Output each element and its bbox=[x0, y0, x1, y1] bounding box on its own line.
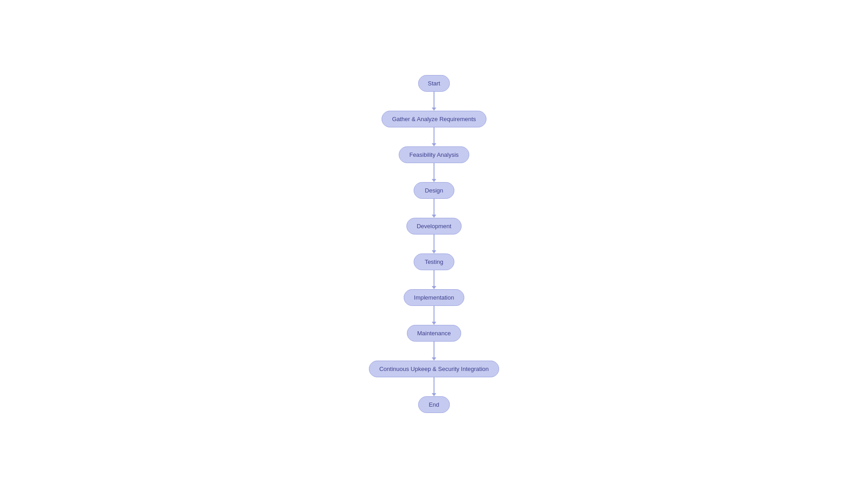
node-maintenance[interactable]: Maintenance bbox=[407, 325, 461, 342]
connector-arrow bbox=[432, 108, 436, 111]
flowchart: StartGather & Analyze RequirementsFeasib… bbox=[369, 75, 499, 413]
node-feasibility[interactable]: Feasibility Analysis bbox=[399, 146, 469, 163]
connector-arrow bbox=[432, 357, 436, 361]
connector-arrow bbox=[432, 393, 436, 396]
connector-4 bbox=[432, 199, 436, 218]
connector-line bbox=[434, 270, 434, 286]
node-end[interactable]: End bbox=[418, 396, 450, 413]
connector-arrow bbox=[432, 322, 436, 325]
connector-6 bbox=[432, 270, 436, 289]
node-start[interactable]: Start bbox=[418, 75, 450, 92]
connector-1 bbox=[432, 92, 436, 111]
node-continuous[interactable]: Continuous Upkeep & Security Integration bbox=[369, 361, 499, 377]
connector-line bbox=[434, 306, 434, 322]
connector-9 bbox=[432, 377, 436, 396]
connector-arrow bbox=[432, 286, 436, 289]
connector-7 bbox=[432, 306, 436, 325]
connector-5 bbox=[432, 235, 436, 253]
connector-arrow bbox=[432, 215, 436, 218]
diagram-container: StartGather & Analyze RequirementsFeasib… bbox=[0, 0, 868, 488]
connector-3 bbox=[432, 163, 436, 182]
connector-arrow bbox=[432, 143, 436, 146]
connector-line bbox=[434, 199, 434, 215]
connector-line bbox=[434, 342, 434, 357]
node-design[interactable]: Design bbox=[414, 182, 454, 199]
node-development[interactable]: Development bbox=[406, 218, 462, 235]
connector-line bbox=[434, 163, 434, 179]
connector-2 bbox=[432, 127, 436, 146]
connector-line bbox=[434, 127, 434, 143]
connector-line bbox=[434, 377, 434, 393]
connector-arrow bbox=[432, 250, 436, 253]
connector-line bbox=[434, 235, 434, 250]
connector-8 bbox=[432, 342, 436, 361]
connector-line bbox=[434, 92, 434, 108]
node-gather[interactable]: Gather & Analyze Requirements bbox=[382, 111, 486, 127]
connector-arrow bbox=[432, 179, 436, 182]
node-implementation[interactable]: Implementation bbox=[404, 289, 465, 306]
node-testing[interactable]: Testing bbox=[414, 253, 454, 270]
